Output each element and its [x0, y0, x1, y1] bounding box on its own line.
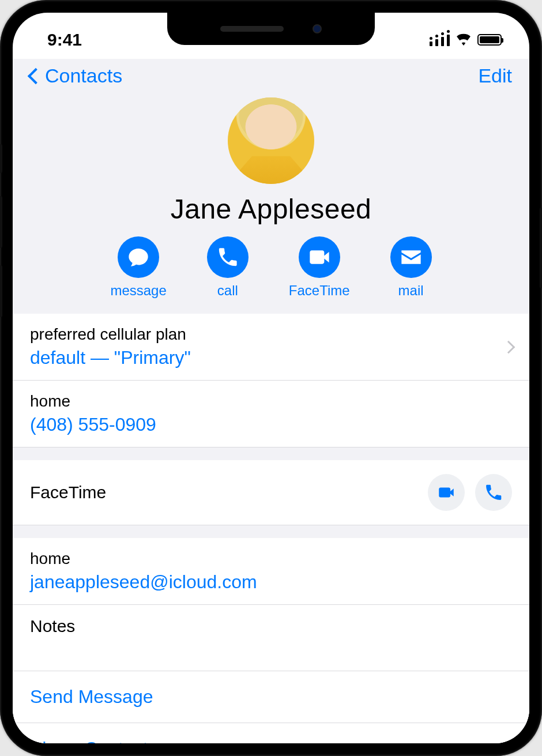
message-icon	[118, 236, 159, 278]
preferred-plan-value: default — "Primary"	[30, 347, 512, 368]
front-camera	[313, 24, 322, 33]
share-contact-link[interactable]: Share Contact	[13, 723, 529, 743]
notes-label: Notes	[30, 616, 75, 635]
phone-icon	[484, 483, 503, 502]
chevron-left-icon	[28, 67, 44, 84]
status-indicators	[430, 30, 506, 50]
detail-list: preferred cellular plan default — "Prima…	[13, 314, 529, 447]
call-label: call	[217, 283, 238, 299]
message-label: message	[110, 283, 166, 299]
contact-avatar[interactable]	[228, 97, 314, 184]
power-button	[540, 208, 542, 288]
message-action[interactable]: message	[110, 236, 166, 299]
mail-action[interactable]: mail	[390, 236, 432, 299]
preferred-plan-label: preferred cellular plan	[30, 325, 512, 344]
video-icon	[436, 483, 456, 502]
notch	[167, 13, 375, 45]
facetime-label: FaceTime	[289, 283, 350, 299]
contact-header: Jane Appleseed message call	[13, 94, 529, 314]
contact-detail-screen: Contacts Edit Jane Appleseed message	[13, 59, 529, 743]
wifi-icon	[456, 30, 472, 50]
home-phone-row[interactable]: home (408) 555-0909	[13, 381, 529, 447]
back-label: Contacts	[45, 65, 122, 87]
back-button[interactable]: Contacts	[30, 65, 122, 87]
home-phone-value: (408) 555-0909	[30, 414, 512, 435]
volume-up-button	[0, 196, 2, 248]
edit-button[interactable]: Edit	[478, 65, 512, 87]
phone-screen: 9:41 Contacts	[13, 13, 529, 743]
preferred-plan-row[interactable]: preferred cellular plan default — "Prima…	[13, 314, 529, 381]
volume-down-button	[0, 265, 2, 317]
facetime-action[interactable]: FaceTime	[289, 236, 350, 299]
video-icon	[299, 236, 340, 278]
home-phone-label: home	[30, 392, 512, 411]
facetime-video-button[interactable]	[428, 474, 465, 511]
navigation-bar: Contacts Edit	[13, 59, 529, 94]
status-time: 9:41	[36, 30, 82, 50]
section-spacer	[13, 525, 529, 538]
mute-switch	[0, 144, 2, 173]
section-spacer	[13, 447, 529, 460]
notes-row[interactable]: Notes	[13, 605, 529, 671]
home-email-label: home	[30, 550, 512, 568]
facetime-audio-button[interactable]	[475, 474, 512, 511]
quick-actions: message call FaceTime	[13, 236, 529, 299]
facetime-row: FaceTime	[13, 460, 529, 525]
contact-name: Jane Appleseed	[13, 193, 529, 225]
phone-icon	[207, 236, 249, 278]
call-action[interactable]: call	[207, 236, 249, 299]
home-email-value: janeappleseed@icloud.com	[30, 571, 512, 593]
mail-label: mail	[398, 283, 424, 299]
battery-icon	[477, 34, 502, 46]
mail-icon	[390, 236, 432, 278]
speaker-grille	[220, 26, 284, 32]
cellular-signal-icon	[430, 33, 450, 46]
facetime-row-label: FaceTime	[30, 483, 106, 502]
home-email-row[interactable]: home janeappleseed@icloud.com	[13, 538, 529, 605]
send-message-link[interactable]: Send Message	[13, 671, 529, 723]
phone-frame: 9:41 Contacts	[0, 0, 542, 756]
